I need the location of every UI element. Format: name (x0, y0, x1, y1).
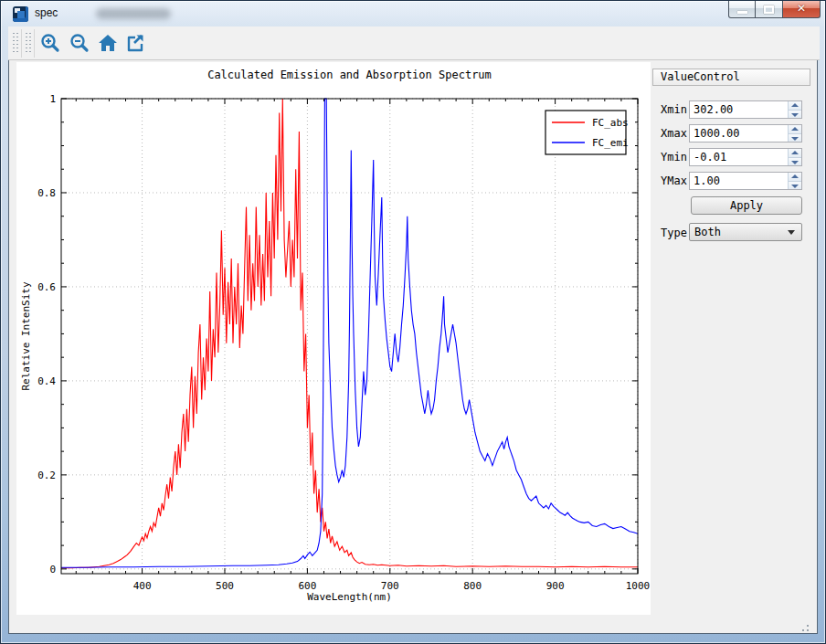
ymax-spinbox (689, 172, 802, 190)
xmin-spinbox (689, 100, 802, 119)
ymin-decrement-button[interactable] (789, 158, 801, 166)
minimize-icon (737, 11, 747, 14)
close-icon: ✕ (783, 2, 820, 15)
title-bar[interactable]: spec ✕ (1, 1, 825, 26)
window-resize-grip[interactable] (798, 620, 810, 633)
arrow-down-icon (791, 113, 799, 117)
zoom-out-icon (69, 32, 90, 54)
svg-text:1: 1 (49, 93, 56, 105)
apply-button[interactable]: Apply (691, 196, 802, 215)
xmax-input[interactable] (690, 125, 788, 142)
window-title: spec (35, 6, 58, 19)
ymax-input[interactable] (690, 173, 788, 189)
close-button[interactable]: ✕ (783, 1, 821, 18)
xmin-input[interactable] (690, 101, 788, 118)
xmax-spinbox (689, 124, 802, 143)
ymin-spinbox (689, 148, 802, 166)
maximize-button[interactable] (756, 1, 783, 18)
minimize-button[interactable] (728, 1, 756, 18)
ymin-label: Ymin (661, 151, 687, 164)
svg-text:800: 800 (463, 580, 482, 592)
type-selected-value: Both (694, 226, 721, 238)
arrow-down-icon (791, 137, 799, 141)
svg-text:WaveLength(nm): WaveLength(nm) (307, 591, 392, 603)
xmin-increment-button[interactable] (789, 101, 801, 111)
spectrum-plot: 400500600700800900100000.20.40.60.81Calc… (16, 62, 651, 615)
home-button[interactable] (95, 30, 121, 56)
svg-text:FC_abs: FC_abs (592, 117, 629, 129)
xmax-spin-buttons (788, 125, 801, 142)
svg-text:0.6: 0.6 (37, 281, 56, 293)
xmin-spin-buttons (788, 101, 801, 118)
app-icon (13, 6, 28, 22)
svg-text:FC_emi: FC_emi (592, 137, 629, 149)
arrow-up-icon (791, 174, 799, 178)
figure-canvas: 400500600700800900100000.20.40.60.81Calc… (16, 62, 651, 615)
svg-text:Relative IntenSity: Relative IntenSity (20, 281, 32, 391)
ymin-input[interactable] (690, 149, 788, 165)
export-button[interactable] (122, 30, 148, 56)
ymax-increment-button[interactable] (789, 173, 801, 182)
ymax-label: YMax (661, 174, 687, 187)
arrow-down-icon (791, 161, 799, 164)
arrow-up-icon (791, 127, 799, 131)
window-controls: ✕ (728, 1, 821, 18)
svg-text:0: 0 (49, 564, 56, 575)
type-label: Type (661, 227, 687, 239)
svg-text:500: 500 (216, 580, 234, 592)
value-control-header: ValueControl (652, 69, 810, 86)
chevron-down-icon (788, 230, 795, 235)
home-icon (97, 32, 119, 54)
ymax-spin-buttons (788, 173, 801, 189)
app-window: spec ✕ (0, 0, 826, 644)
arrow-up-icon (791, 103, 799, 107)
arrow-down-icon (791, 185, 799, 188)
redacted-title-text (96, 8, 171, 19)
ymin-increment-button[interactable] (789, 149, 801, 158)
navigation-toolbar (8, 26, 820, 60)
svg-text:Calculated Emission and Absorp: Calculated Emission and Absorption Spect… (207, 69, 492, 81)
ymax-decrement-button[interactable] (789, 182, 801, 190)
type-combobox[interactable]: Both (689, 223, 802, 241)
xmax-decrement-button[interactable] (789, 134, 801, 143)
maximize-icon (764, 5, 774, 14)
xmax-label: Xmax (661, 127, 687, 140)
zoom-out-button[interactable] (67, 30, 92, 56)
arrow-up-icon (791, 151, 799, 154)
zoom-in-button[interactable] (37, 30, 63, 56)
xmin-label: Xmin (661, 103, 687, 116)
svg-text:0.4: 0.4 (37, 375, 56, 387)
export-icon (124, 32, 146, 54)
svg-text:1000: 1000 (626, 580, 651, 592)
toolbar-grip-handle[interactable] (10, 29, 22, 58)
toolbar-grip-handle[interactable] (23, 29, 35, 58)
svg-text:0.2: 0.2 (37, 470, 56, 481)
svg-text:400: 400 (133, 580, 152, 592)
ymin-spin-buttons (788, 149, 801, 165)
xmin-decrement-button[interactable] (789, 111, 801, 119)
svg-text:900: 900 (546, 580, 565, 592)
svg-text:0.8: 0.8 (37, 187, 56, 199)
xmax-increment-button[interactable] (789, 125, 801, 134)
zoom-in-icon (39, 32, 61, 54)
